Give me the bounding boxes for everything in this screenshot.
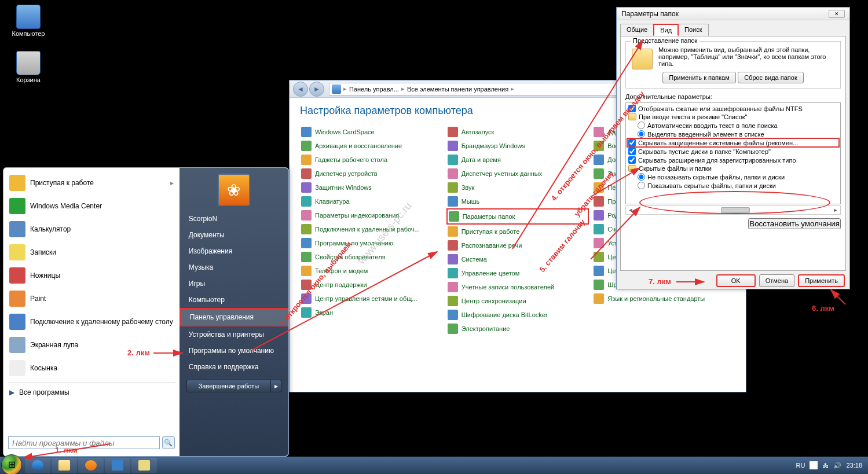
fo-tree-row[interactable]: Автоматически вводить текст в поле поиск… xyxy=(627,121,839,130)
start-search-input[interactable] xyxy=(8,436,160,449)
search-button[interactable]: 🔍 xyxy=(162,436,175,449)
start-item[interactable]: Ножницы xyxy=(5,264,178,287)
scroll-left-icon[interactable]: ◄ xyxy=(626,207,635,213)
restore-defaults-button[interactable]: Восстановить умолчания xyxy=(748,218,841,229)
fo-tree-row[interactable]: Выделять введенный элемент в списке xyxy=(627,130,839,138)
shutdown-options-button[interactable]: ▸ xyxy=(271,380,281,392)
start-right-item[interactable]: Музыка xyxy=(180,259,288,275)
start-right-item[interactable]: Компьютер xyxy=(180,292,288,308)
cp-item[interactable]: Электропитание xyxy=(446,322,589,336)
cp-item[interactable]: Гаджеты рабочего стола xyxy=(300,153,443,167)
radio[interactable] xyxy=(638,173,645,181)
start-button[interactable]: ⊞ xyxy=(1,454,22,475)
cancel-button[interactable]: Отмена xyxy=(759,274,794,287)
start-item[interactable]: Paint xyxy=(5,287,178,310)
cp-item[interactable]: Центр синхронизации xyxy=(446,294,589,308)
start-item[interactable]: Косынка xyxy=(5,357,178,380)
scroll-thumb[interactable] xyxy=(721,207,750,213)
tray-clock[interactable]: 23:18 xyxy=(846,462,862,469)
cp-item[interactable]: Автозапуск xyxy=(446,125,589,139)
checkbox[interactable] xyxy=(628,148,636,155)
tray-network-icon[interactable]: 🖧 xyxy=(822,462,829,469)
tray-volume-icon[interactable]: 🔊 xyxy=(833,462,841,469)
fo-tree-row[interactable]: Скрывать защищенные системные файлы (рек… xyxy=(627,138,839,147)
back-button[interactable]: ◄ xyxy=(293,82,308,97)
taskbar-item-ie[interactable] xyxy=(25,458,50,473)
radio[interactable] xyxy=(638,130,645,138)
fo-tab[interactable]: Общие xyxy=(620,24,654,36)
cp-item[interactable]: Управление цветом xyxy=(446,266,589,280)
start-right-item[interactable]: Документы xyxy=(180,227,288,243)
all-programs-item[interactable]: ▶ Все программы xyxy=(5,385,178,400)
start-right-item[interactable]: Справка и поддержка xyxy=(180,359,288,375)
fo-tree-row[interactable]: Показывать скрытые файлы, папки и диски xyxy=(627,181,839,190)
breadcrumb-seg[interactable]: Все элементы панели управления xyxy=(405,86,511,93)
tray-lang[interactable]: RU xyxy=(796,462,805,469)
radio[interactable] xyxy=(638,122,645,129)
cp-item[interactable]: Брандмауэр Windows xyxy=(446,139,589,153)
start-item[interactable]: Windows Media Center xyxy=(5,194,178,218)
checkbox[interactable] xyxy=(628,139,636,146)
close-button[interactable]: ✕ xyxy=(829,10,845,18)
fo-tree-row[interactable]: При вводе текста в режиме "Список" xyxy=(627,113,839,121)
start-right-item[interactable]: Игры xyxy=(180,275,288,292)
forward-button[interactable]: ► xyxy=(309,82,324,97)
cp-item[interactable]: Система xyxy=(446,252,589,266)
cp-item[interactable]: Параметры индексирования xyxy=(300,208,443,222)
breadcrumb-seg[interactable]: Панель управл... xyxy=(347,86,401,93)
fo-tab[interactable]: Вид xyxy=(653,24,679,36)
cp-item[interactable]: Клавиатура xyxy=(300,194,443,208)
checkbox[interactable] xyxy=(628,156,636,164)
taskbar-item-app1[interactable] xyxy=(105,458,130,473)
cp-item[interactable]: Телефон и модем xyxy=(300,264,443,278)
horizontal-scrollbar[interactable]: ◄ ► xyxy=(625,205,841,215)
cp-item[interactable]: Звук xyxy=(446,181,589,194)
radio[interactable] xyxy=(638,182,645,189)
taskbar-item-explorer[interactable] xyxy=(52,458,77,473)
cp-item[interactable]: Свойства обозревателя xyxy=(300,250,443,264)
checkbox[interactable] xyxy=(628,105,636,112)
desktop-icon-trash[interactable]: Корзина xyxy=(8,51,49,83)
shutdown-button[interactable]: Завершение работы xyxy=(186,380,271,392)
start-right-item[interactable]: Панель управления xyxy=(180,308,288,326)
scroll-right-icon[interactable]: ► xyxy=(831,207,840,213)
fo-tree-row[interactable]: Отображать сжатые или зашифрованные файл… xyxy=(627,104,839,113)
reset-folders-button[interactable]: Сброс вида папок xyxy=(738,72,804,83)
cp-item[interactable]: Windows CardSpace xyxy=(300,125,443,139)
cp-item[interactable]: Экран xyxy=(300,306,443,319)
fo-tab[interactable]: Поиск xyxy=(678,24,708,36)
start-user-name[interactable]: ScorpioN xyxy=(180,211,288,227)
start-right-item[interactable]: Изображения xyxy=(180,243,288,259)
fo-tree-row[interactable]: Скрывать пустые диски в папке "Компьютер… xyxy=(627,147,839,156)
cp-item[interactable]: Язык и региональные стандарты xyxy=(592,292,735,306)
start-item[interactable]: Экранная лупа xyxy=(5,333,178,357)
start-item[interactable]: Подключение к удаленному рабочему столу xyxy=(5,310,178,333)
cp-item[interactable]: Параметры папок xyxy=(446,208,589,225)
cp-item[interactable]: Приступая к работе xyxy=(446,225,589,238)
apply-to-folders-button[interactable]: Применить к папкам xyxy=(662,72,736,83)
cp-item[interactable]: Шифрование диска BitLocker xyxy=(446,308,589,322)
cp-item[interactable]: Центр управления сетями и общ... xyxy=(300,292,443,306)
ok-button[interactable]: OK xyxy=(716,274,756,287)
taskbar-item-app2[interactable] xyxy=(131,458,157,473)
cp-item[interactable]: Подключения к удаленным рабоч... xyxy=(300,222,443,236)
cp-item[interactable]: Защитник Windows xyxy=(300,181,443,194)
start-item[interactable]: Приступая к работе▸ xyxy=(5,171,178,194)
fo-tree-row[interactable]: Скрывать расширения для зарегистрированн… xyxy=(627,156,839,164)
cp-item[interactable]: Мышь xyxy=(446,194,589,208)
cp-item[interactable]: Диспетчер учетных данных xyxy=(446,167,589,181)
start-item[interactable]: Записки xyxy=(5,241,178,264)
fo-tree-row[interactable]: Не показывать скрытые файлы, папки и дис… xyxy=(627,172,839,181)
taskbar-item-media[interactable] xyxy=(78,458,104,473)
start-item[interactable]: Калькулятор xyxy=(5,218,178,241)
cp-item[interactable]: Учетные записи пользователей xyxy=(446,280,589,294)
cp-item[interactable]: Архивация и восстановление xyxy=(300,139,443,153)
cp-item[interactable]: Программы по умолчанию xyxy=(300,236,443,250)
cp-item[interactable]: Дата и время xyxy=(446,153,589,167)
tray-flag-icon[interactable] xyxy=(810,461,818,469)
fo-tree-row[interactable]: Скрытые файлы и папки xyxy=(627,164,839,172)
cp-item[interactable]: Диспетчер устройств xyxy=(300,167,443,181)
start-right-item[interactable]: Программы по умолчанию xyxy=(180,343,288,359)
desktop-icon-computer[interactable]: Компьютер xyxy=(8,5,49,37)
apply-button[interactable]: Применить xyxy=(798,274,845,287)
